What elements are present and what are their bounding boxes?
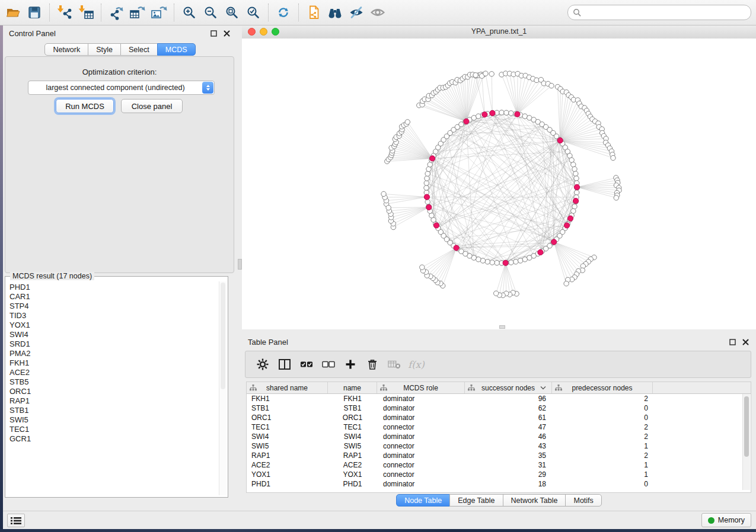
vertical-splitter-handle[interactable]	[238, 259, 242, 270]
mcds-result-item[interactable]: SWI5	[7, 415, 218, 425]
graph-node[interactable]	[424, 185, 429, 190]
graph-hub-node[interactable]	[567, 216, 573, 221]
graph-hub-node[interactable]	[482, 112, 487, 117]
table-row[interactable]: RAP1RAP1dominator352	[247, 451, 751, 460]
mcds-result-item[interactable]: FKH1	[7, 358, 218, 368]
mcds-result-item[interactable]: STB5	[7, 377, 218, 387]
graph-node[interactable]	[405, 120, 410, 124]
graph-node[interactable]	[522, 257, 527, 262]
graph-node[interactable]	[549, 84, 554, 88]
column-chooser-button[interactable]	[278, 358, 291, 371]
tab-network-table[interactable]: Network Table	[503, 494, 566, 507]
graph-hub-node[interactable]	[574, 184, 579, 190]
table-row[interactable]: YOX1YOX1connector291	[247, 470, 751, 479]
table-panel-close-button[interactable]	[741, 337, 750, 347]
add-column-button[interactable]	[344, 358, 357, 371]
graph-node[interactable]	[572, 204, 577, 209]
graph-hub-node[interactable]	[557, 138, 563, 143]
graph-node[interactable]	[495, 261, 499, 265]
graph-hub-node[interactable]	[564, 223, 569, 228]
graph-node[interactable]	[425, 200, 430, 204]
graph-hub-node[interactable]	[503, 260, 508, 265]
mcds-scrollbar-thumb[interactable]	[221, 283, 225, 389]
control-panel-close-button[interactable]	[222, 28, 231, 38]
graph-node[interactable]	[509, 111, 513, 116]
tab-mcds[interactable]: MCDS	[157, 43, 196, 56]
tab-edge-table[interactable]: Edge Table	[449, 494, 503, 507]
zoom-selected-button[interactable]	[243, 2, 264, 23]
table-scrollbar-thumb[interactable]	[744, 396, 749, 457]
show-graphics-details-button[interactable]	[367, 2, 388, 23]
column-header-successor-nodes[interactable]: successor nodes	[465, 382, 552, 393]
open-file-button[interactable]	[2, 2, 24, 23]
graph-hub-node[interactable]	[433, 223, 439, 228]
network-graph[interactable]	[242, 39, 756, 329]
mcds-result-item[interactable]: SWI4	[7, 330, 218, 339]
tab-select[interactable]: Select	[120, 43, 158, 56]
table-panel-float-button[interactable]	[728, 337, 737, 347]
mcds-result-item[interactable]: ORC1	[7, 387, 218, 396]
graph-node[interactable]	[420, 265, 425, 270]
import-table-button[interactable]	[75, 2, 97, 23]
mcds-result-item[interactable]: PHD1	[7, 283, 218, 292]
table-row[interactable]: TEC1TEC1connector472	[247, 422, 751, 432]
graph-hub-node[interactable]	[464, 118, 469, 124]
export-network-button[interactable]	[106, 2, 127, 23]
graph-node[interactable]	[480, 258, 485, 263]
graph-node[interactable]	[476, 114, 481, 118]
graph-node[interactable]	[574, 176, 579, 181]
network-canvas[interactable]	[242, 39, 756, 329]
column-header-mcds-role[interactable]: MCDS role	[377, 382, 465, 393]
graph-node[interactable]	[494, 291, 499, 296]
table-row[interactable]: SWI5SWI5connector431	[247, 441, 751, 451]
export-image-button[interactable]	[148, 2, 170, 23]
graph-node[interactable]	[572, 166, 577, 171]
column-header-name[interactable]: name	[328, 382, 377, 393]
mcds-result-item[interactable]: STP4	[7, 302, 218, 311]
graph-node[interactable]	[485, 259, 490, 264]
binoculars-button[interactable]	[324, 2, 346, 23]
mcds-result-item[interactable]: ACE2	[7, 368, 218, 377]
graph-node[interactable]	[386, 205, 391, 210]
graph-node[interactable]	[518, 258, 522, 263]
mcds-result-item[interactable]: TEC1	[7, 425, 218, 434]
mcds-result-item[interactable]: TID3	[7, 311, 218, 321]
table-row[interactable]: ORC1ORC1dominator610	[247, 413, 751, 422]
table-row[interactable]: ACE2ACE2connector311	[247, 460, 751, 470]
network-window-titlebar[interactable]: YPA_prune.txt_1	[242, 25, 756, 39]
mcds-result-item[interactable]: STB1	[7, 406, 218, 415]
memory-button[interactable]: Memory	[701, 513, 751, 527]
graph-node[interactable]	[426, 166, 431, 171]
graph-node[interactable]	[425, 171, 430, 176]
column-header-predecessor-nodes[interactable]: predecessor nodes	[552, 382, 653, 393]
graph-hub-node[interactable]	[430, 156, 435, 161]
graph-hub-node[interactable]	[551, 239, 557, 245]
graph-node[interactable]	[424, 181, 429, 185]
hide-graphics-details-button[interactable]	[346, 2, 367, 23]
graph-hub-node[interactable]	[454, 245, 459, 251]
graph-node[interactable]	[571, 162, 576, 167]
graph-hub-node[interactable]	[426, 204, 432, 210]
graph-node[interactable]	[504, 110, 509, 115]
horizontal-splitter[interactable]	[242, 329, 756, 334]
graph-hub-node[interactable]	[538, 249, 543, 255]
tab-node-table[interactable]: Node Table	[396, 494, 450, 507]
task-history-button[interactable]	[7, 514, 25, 527]
run-mcds-button[interactable]: Run MCDS	[56, 99, 114, 113]
function-builder-button[interactable]: f(x)	[410, 358, 423, 371]
export-table-button[interactable]	[127, 2, 148, 23]
criterion-dropdown[interactable]: largest connected component (undirected)	[28, 81, 215, 95]
table-row[interactable]: SWI4SWI4dominator462	[247, 432, 751, 441]
search-input[interactable]	[581, 8, 746, 17]
graph-node[interactable]	[499, 110, 504, 115]
search-box[interactable]	[567, 5, 751, 20]
graph-node[interactable]	[564, 281, 569, 286]
graph-node[interactable]	[573, 171, 578, 176]
table-row[interactable]: PHD1PHD1dominator180	[247, 479, 751, 489]
graph-hub-node[interactable]	[424, 194, 429, 200]
graph-node[interactable]	[575, 190, 579, 195]
graph-node[interactable]	[425, 176, 429, 181]
mcds-result-item[interactable]: SRD1	[7, 339, 218, 349]
tab-motifs[interactable]: Motifs	[565, 494, 601, 507]
zoom-in-button[interactable]	[178, 2, 200, 23]
